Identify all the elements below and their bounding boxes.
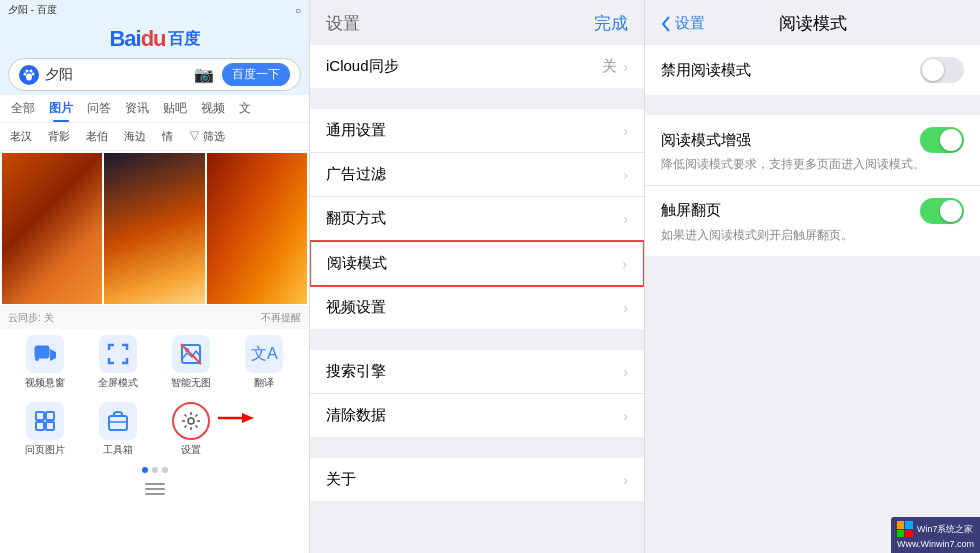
icon-page-images[interactable]: 问页图片	[10, 402, 79, 457]
tab-tieba[interactable]: 贴吧	[156, 95, 194, 122]
tab-news[interactable]: 资讯	[118, 95, 156, 122]
page-images-icon	[26, 402, 64, 440]
cloud-no-remind[interactable]: 不再提醒	[261, 311, 301, 325]
dot-1	[142, 467, 148, 473]
group-separator-1	[310, 89, 644, 109]
no-image-icon	[172, 335, 210, 373]
filter-row: 老汉 背影 老伯 海边 情 ▽ 筛选	[0, 123, 309, 151]
settings-group-4: 关于 ›	[310, 458, 644, 501]
tab-more[interactable]: 文	[232, 95, 258, 122]
refresh-icon[interactable]: ○	[295, 5, 301, 16]
settings-icloud-value: 关	[602, 57, 617, 76]
icon-video-float[interactable]: 视频悬窗	[10, 335, 79, 390]
icon-toolbox[interactable]: 工具箱	[83, 402, 152, 457]
svg-rect-15	[109, 416, 127, 430]
chevron-icon-6: ›	[623, 300, 628, 316]
settings-about-label: 关于	[326, 470, 356, 489]
enhanced-readmode-label: 阅读模式增强	[661, 131, 751, 150]
icon-label-no-image: 智能无图	[171, 376, 211, 390]
settings-readmode-label: 阅读模式	[327, 254, 387, 273]
video-float-icon	[26, 335, 64, 373]
svg-rect-13	[36, 422, 44, 430]
right-header: 设置 阅读模式	[645, 0, 980, 45]
chevron-icon-3: ›	[623, 167, 628, 183]
tabs-row: 全部 图片 问答 资讯 贴吧 视频 文	[0, 95, 309, 123]
chevron-icon-4: ›	[623, 211, 628, 227]
toolbox-icon	[99, 402, 137, 440]
right-group-enhanced: 阅读模式增强 降低阅读模式要求，支持更多页面进入阅读模式。 触屏翻页 如果进入阅…	[645, 115, 980, 256]
filter-qing[interactable]: 情	[158, 127, 177, 146]
settings-adblock[interactable]: 广告过滤 ›	[310, 153, 644, 197]
image-cell-1[interactable]	[2, 153, 102, 304]
right-group-disable: 禁用阅读模式	[645, 45, 980, 95]
settings-searchengine[interactable]: 搜索引擎 ›	[310, 350, 644, 394]
dot-2	[152, 467, 158, 473]
back-button[interactable]: 设置	[661, 14, 705, 33]
icon-translate[interactable]: 文A 翻译	[230, 335, 299, 390]
settings-icloud-right: 关 ›	[602, 57, 628, 76]
done-button[interactable]: 完成	[594, 12, 628, 35]
settings-readmode[interactable]: 阅读模式 ›	[310, 240, 644, 287]
icons-row-1: 视频悬窗 全屏模式 智能无图	[0, 329, 309, 396]
svg-rect-12	[46, 412, 54, 420]
toggle-touch-scroll[interactable]	[920, 198, 964, 224]
settings-video[interactable]: 视频设置 ›	[310, 286, 644, 329]
right-panel: 设置 阅读模式 禁用阅读模式 阅读模式增强 降低阅读模式要求，支持更多页面进入阅…	[645, 0, 980, 553]
touch-scroll-desc: 如果进入阅读模式则开启触屏翻页。	[661, 227, 853, 244]
hamburger-menu[interactable]	[145, 483, 165, 495]
left-panel: 夕阳 - 百度 ○ Baidu 百度 夕阳 📷 百度一下	[0, 0, 310, 553]
cloud-sync-bar: 云同步: 关 不再提醒	[0, 306, 309, 329]
filter-laobo[interactable]: 老伯	[82, 127, 112, 146]
filter-haibian[interactable]: 海边	[120, 127, 150, 146]
settings-icloud[interactable]: iCloud同步 关 ›	[310, 45, 644, 88]
settings-cleardata[interactable]: 清除数据 ›	[310, 394, 644, 437]
settings-pagestyle[interactable]: 翻页方式 ›	[310, 197, 644, 241]
logo-du: du	[141, 26, 166, 51]
phone-header: Baidu 百度 夕阳 📷 百度一下	[0, 20, 309, 95]
icon-empty	[230, 402, 299, 457]
toggle-enhanced-readmode[interactable]	[920, 127, 964, 153]
watermark-line1: Win7系统之家	[917, 523, 974, 536]
filter-shaixuan[interactable]: ▽ 筛选	[185, 127, 229, 146]
icon-label-fullscreen: 全屏模式	[98, 376, 138, 390]
back-chevron-icon	[661, 16, 671, 32]
icon-no-image[interactable]: 智能无图	[157, 335, 226, 390]
group-separator-2	[310, 330, 644, 350]
settings-about[interactable]: 关于 ›	[310, 458, 644, 501]
image-cell-3[interactable]	[207, 153, 307, 304]
filter-beiying[interactable]: 背影	[44, 127, 74, 146]
search-button[interactable]: 百度一下	[222, 63, 290, 86]
tab-all[interactable]: 全部	[4, 95, 42, 122]
read-mode-title: 阅读模式	[779, 12, 847, 35]
settings-general[interactable]: 通用设置 ›	[310, 109, 644, 153]
image-grid	[0, 151, 309, 306]
tab-video[interactable]: 视频	[194, 95, 232, 122]
svg-point-17	[188, 418, 194, 424]
settings-group-3: 搜索引擎 › 清除数据 ›	[310, 350, 644, 437]
cloud-sync-label: 云同步: 关	[8, 311, 54, 325]
watermark: Win7系统之家 Www.Winwin7.com	[891, 517, 980, 553]
touch-scroll-label: 触屏翻页	[661, 201, 721, 220]
search-bar: 夕阳 📷 百度一下	[8, 58, 301, 91]
toggle-disable-readmode[interactable]	[920, 57, 964, 83]
icon-label-translate: 翻译	[254, 376, 274, 390]
logo-bai: Bai	[109, 26, 140, 51]
logo-cn: 百度	[168, 29, 200, 50]
chevron-icon-2: ›	[623, 123, 628, 139]
filter-laohao[interactable]: 老汉	[6, 127, 36, 146]
tab-images[interactable]: 图片	[42, 95, 80, 122]
icon-fullscreen[interactable]: 全屏模式	[83, 335, 152, 390]
right-item-disable-readmode: 禁用阅读模式	[645, 45, 980, 95]
back-label: 设置	[675, 14, 705, 33]
tab-qa[interactable]: 问答	[80, 95, 118, 122]
camera-icon[interactable]: 📷	[194, 65, 214, 84]
chevron-icon-7: ›	[623, 364, 628, 380]
translate-icon: 文A	[245, 335, 283, 373]
settings-general-label: 通用设置	[326, 121, 386, 140]
settings-adblock-label: 广告过滤	[326, 165, 386, 184]
search-query[interactable]: 夕阳	[45, 66, 194, 84]
image-cell-2[interactable]	[104, 153, 204, 304]
icon-settings[interactable]: 设置	[157, 402, 226, 457]
icon-label-page-images: 问页图片	[25, 443, 65, 457]
baidu-logo: Baidu 百度	[109, 26, 199, 52]
